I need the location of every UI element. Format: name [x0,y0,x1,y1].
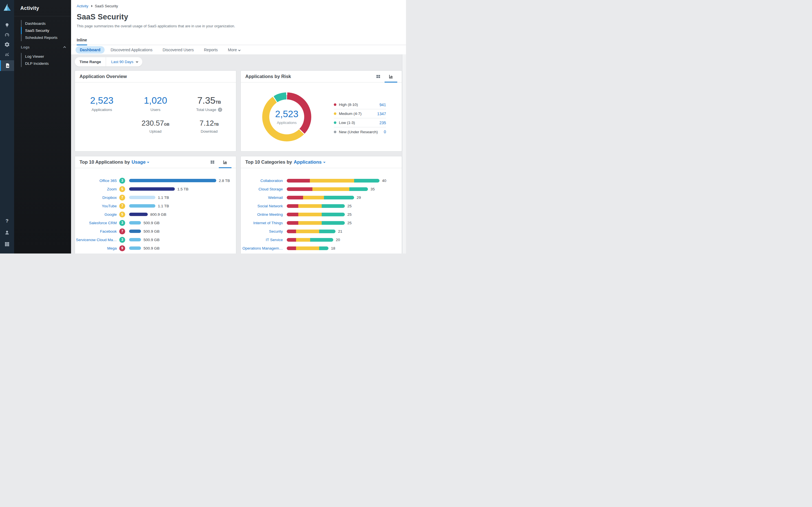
time-range-value[interactable]: Last 90 Days [106,57,142,66]
table-view-icon[interactable] [206,156,219,168]
app-usage-row: Facebook7500.9 GB [75,227,236,235]
tab-more[interactable]: More [223,46,245,54]
section-label: Logs [21,45,30,49]
segment-medium [296,238,310,242]
stat-upload: 230.57GB Upload [129,119,182,133]
app-usage-row: Google5800.9 GB [75,210,236,219]
chart-view-icon[interactable] [385,71,397,82]
tab-inline[interactable]: Inline [77,38,87,45]
stat-label: Download [183,129,236,133]
segment-low [322,221,345,225]
card-top-applications: Top 10 Applications byUsage Office 36532… [75,156,236,253]
menu-group-logs: Log Viewer DLP Incidents [14,53,71,67]
app-link[interactable]: YouTube [75,204,117,208]
risk-score-badge: 3 [119,220,125,226]
gear-icon[interactable] [0,40,14,49]
sidebar-item-dlp-incidents[interactable]: DLP Incidents [21,60,71,67]
stat-label: Total Usage [196,108,216,112]
category-link[interactable]: Cloud Storage [241,187,283,191]
app-link[interactable]: Facebook [75,229,117,233]
sidebar-item-dashboards[interactable]: Dashboards [21,20,71,27]
segment-high [287,230,296,233]
app-link[interactable]: Google [75,212,117,217]
usage-bar [129,246,141,250]
category-link[interactable]: Operations Managem… [241,246,283,250]
category-link[interactable]: Collaboration [241,179,283,183]
category-link[interactable]: Webmail [241,195,283,200]
segment-low [322,213,345,216]
category-link[interactable]: Security [241,229,283,233]
app-usage-row: YouTube71.1 TB [75,202,236,210]
segment-high [287,204,298,208]
legend-count-link[interactable]: 1347 [377,112,386,116]
gauge-icon[interactable] [0,30,14,40]
legend-label: Medium (4-7) [339,112,361,116]
category-row: Online Meeting25 [241,210,402,219]
usage-value: 500.9 GB [144,221,160,225]
category-link[interactable]: Social Network [241,204,283,208]
app-link[interactable]: Salesforce CRM [75,221,117,225]
segment-medium [310,179,354,182]
sidebar-section-logs[interactable]: Logs [21,45,66,49]
usage-dropdown[interactable]: Usage [132,159,149,165]
app-link[interactable]: Zoom [75,187,117,191]
category-link[interactable]: IT Service [241,238,283,242]
menu-group-main: Dashboards SaaS Security Scheduled Repor… [14,20,71,41]
time-range-control[interactable]: Time Range Last 90 Days [75,57,142,66]
segment-medium [296,230,319,233]
legend-count-link[interactable]: 235 [379,121,386,125]
legend-count-link[interactable]: 941 [379,103,386,107]
analytics-icon[interactable] [0,49,14,59]
tab-reports[interactable]: Reports [200,46,222,54]
table-view-icon[interactable] [372,71,385,82]
risk-legend-item[interactable]: Medium (4-7)1347 [334,109,386,118]
card-header: Application Overview [75,71,236,82]
chart-view-icon[interactable] [219,156,232,168]
category-link[interactable]: Online Meeting [241,212,283,217]
tab-discovered-applications[interactable]: Discovered Applications [106,46,157,54]
user-icon[interactable] [0,228,14,237]
risk-legend-item[interactable]: High (8-10)941 [334,100,386,109]
lightbulb-icon[interactable] [0,20,14,30]
breadcrumb-current: SaaS Security [95,4,118,8]
sidebar-item-scheduled-reports[interactable]: Scheduled Reports [21,34,71,41]
risk-legend-item[interactable]: New (Under Research)0 [334,127,386,136]
breadcrumb: Activity SaaS Security [77,4,406,8]
donut-center: 2,523 Applications [269,100,304,134]
app-link[interactable]: Dropbox [75,195,117,200]
reports-icon[interactable] [0,60,14,71]
sidebar-menu: Activity Dashboards SaaS Security Schedu… [14,0,71,253]
legend-count-link[interactable]: 0 [384,129,386,134]
icon-rail: ? [0,0,14,253]
app-grid-icon[interactable] [0,239,14,249]
risk-legend-item[interactable]: Low (1-3)235 [334,118,386,127]
tab-dashboard[interactable]: Dashboard [75,46,105,54]
help-icon[interactable]: ? [0,216,14,226]
scrollbar[interactable] [402,54,406,253]
breadcrumb-activity-link[interactable]: Activity [77,4,88,8]
app-link[interactable]: Office 365 [75,179,117,183]
segment-medium [296,246,319,250]
app-usage-row: Zoom51.5 TB [75,185,236,193]
applications-dropdown[interactable]: Applications [294,159,325,165]
legend-dot [334,121,336,124]
category-link[interactable]: Internet of Things [241,221,283,225]
brand-logo[interactable] [2,3,12,12]
stacked-bar [287,196,354,200]
risk-donut-chart[interactable]: 2,523 Applications [262,93,311,142]
category-count: 20 [336,238,340,242]
stat-unit: GB [164,122,170,126]
app-link[interactable]: Mega [75,246,117,250]
app-link[interactable]: Servicenow Cloud Ma… [75,238,117,242]
segment-low [349,187,368,191]
card-applications-by-risk: Applications by Risk [241,70,402,152]
stacked-bar [287,213,345,216]
info-icon[interactable]: i [218,108,222,112]
sidebar-item-saas-security[interactable]: SaaS Security [21,27,71,34]
sidebar-item-log-viewer[interactable]: Log Viewer [21,53,71,60]
stat-label: Users [129,108,182,112]
category-count: 25 [347,221,352,225]
tab-discovered-users[interactable]: Discovered Users [158,46,198,54]
segment-high [287,179,310,182]
segment-high [287,213,298,216]
